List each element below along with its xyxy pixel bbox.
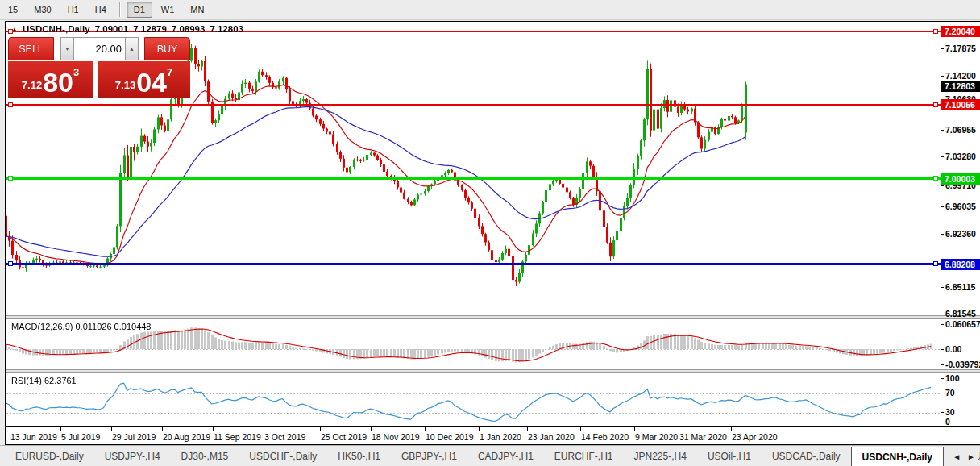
sell-price-pips: 80 <box>43 70 73 94</box>
date-axis-label: 18 Nov 2019 <box>372 432 420 442</box>
price-axis-tick <box>941 130 944 131</box>
macd-axis-tick <box>941 349 944 350</box>
date-axis-tick <box>371 427 372 431</box>
price-axis-tick <box>941 156 944 157</box>
timeframe-button-d1[interactable]: D1 <box>127 2 152 18</box>
rsi-axis-tick <box>941 412 944 413</box>
buy-button[interactable]: BUY <box>144 37 190 60</box>
macd-values: 0.011026 0.010448 <box>75 322 151 331</box>
timeframe-button-h4[interactable]: H4 <box>88 2 114 18</box>
date-axis-tick <box>580 427 581 431</box>
date-axis-label: 31 Mar 2020 <box>679 432 727 442</box>
macd-axis-label: 0.00 <box>945 344 961 354</box>
price-axis-tick <box>941 48 944 49</box>
macd-axis-tick <box>941 324 944 325</box>
price-axis-badge-red: 7.10056 <box>941 99 980 110</box>
date-axis-label: 25 Oct 2019 <box>321 432 367 442</box>
mt4-terminal: 15M30H1H4D1W1MN ▲ USDCNH-,Daily 7.09001 … <box>0 0 980 466</box>
chart-tab-gbpjpy-h1[interactable]: GBPJPY-,H1 <box>391 446 467 466</box>
buy-price-pips: 04 <box>136 70 167 94</box>
rsi-pane-canvas[interactable] <box>6 373 941 426</box>
date-axis-tick <box>731 427 732 431</box>
date-axis-tick <box>10 427 10 431</box>
macd-label: MACD(12,26,9) 0.011026 0.010448 <box>11 322 151 331</box>
buy-price-panel[interactable]: 7.13 04 7 <box>98 61 190 98</box>
chart-tab-hk50-h1[interactable]: HK50-,H1 <box>327 446 391 466</box>
buy-price-major: 7.13 <box>115 79 135 91</box>
tab-scroll-left-icon[interactable]: ◄ <box>953 452 961 461</box>
price-axis-tick <box>941 206 944 207</box>
ohlc-low: 7.08993 <box>172 24 206 34</box>
sell-button[interactable]: SELL <box>8 37 54 60</box>
date-axis-label: 14 Feb 2020 <box>581 432 629 442</box>
price-axis-tick <box>941 314 944 314</box>
rsi-axis-label: 30 <box>945 407 955 417</box>
ohlc-open: 7.09001 <box>95 24 129 34</box>
sell-price-major: 7.12 <box>22 79 42 91</box>
price-axis-label: 7.03280 <box>945 152 976 161</box>
timeframe-button-w1[interactable]: W1 <box>154 2 182 18</box>
date-axis-tick <box>162 427 163 431</box>
price-axis-label: 6.92360 <box>945 229 976 239</box>
tab-scroll-buttons: ◄► <box>949 446 978 466</box>
price-axis-badge-red: 7.20040 <box>941 26 980 37</box>
date-axis-label: 23 Jan 2020 <box>528 432 575 442</box>
date-axis-label: 23 Apr 2020 <box>732 432 778 442</box>
date-axis-tick <box>425 427 426 431</box>
timeframe-button-h1[interactable]: H1 <box>60 2 86 18</box>
chart-ohlc-info: ▲ USDCNH-,Daily 7.09001 7.12879 7.08993 … <box>11 24 245 35</box>
chart-tab-usoil-h1[interactable]: USOil-,H1 <box>697 446 762 466</box>
rsi-axis-label: 0 <box>945 417 950 426</box>
price-axis-label: 7.17875 <box>945 44 976 53</box>
rsi-axis-tick <box>941 422 944 422</box>
rsi-axis-label: 100 <box>945 373 960 383</box>
chart-tab-jpn225-h4[interactable]: JPN225-,H4 <box>624 446 697 466</box>
price-axis-tick <box>941 185 944 186</box>
chart-tab-usdchf-daily[interactable]: USDCHF-,Daily <box>239 446 327 466</box>
chart-tab-eurusd-daily[interactable]: EURUSD-,Daily <box>5 446 94 466</box>
date-axis-label: 20 Aug 2019 <box>163 432 210 442</box>
date-axis-tick <box>527 427 528 431</box>
chart-tab-usdcnh-daily[interactable]: USDCNH-,Daily <box>851 447 944 466</box>
volume-decrease-button[interactable]: ▼ <box>60 37 74 60</box>
chart-tab-usdjpy-h4[interactable]: USDJPY-,H4 <box>94 446 171 466</box>
one-click-trading-widget: SELL ▼ ▲ BUY 7.12 80 3 7.13 04 7 <box>8 37 190 98</box>
chart-tab-usdcad-daily[interactable]: USDCAD-,Daily <box>762 446 851 466</box>
rsi-axis-label: 70 <box>945 388 955 397</box>
buy-price-point: 7 <box>167 66 172 78</box>
price-axis-label: 7.06955 <box>945 125 976 135</box>
date-axis-tick <box>60 427 61 431</box>
rsi-value: 62.3761 <box>44 376 77 385</box>
chart-tab-cadjpy-h1[interactable]: CADJPY-,H1 <box>467 446 544 466</box>
price-axis-label: 6.81545 <box>945 309 976 318</box>
date-axis[interactable]: 13 Jun 20195 Jul 201929 Jul 201920 Aug 2… <box>6 426 980 444</box>
price-axis-tick <box>941 234 944 235</box>
timeframe-toolbar: 15M30H1H4D1W1MN <box>0 0 980 20</box>
timeframe-button-m30[interactable]: M30 <box>27 2 58 18</box>
date-axis-tick <box>479 427 480 431</box>
price-axis-tick <box>941 76 944 77</box>
timeframe-button-mn[interactable]: MN <box>183 2 211 18</box>
price-axis-tick <box>941 287 944 288</box>
chart-tab-dj30-m15[interactable]: DJ30-,M15 <box>171 446 239 466</box>
date-axis-tick <box>320 427 321 431</box>
collapse-marker-icon[interactable]: ▲ <box>11 26 18 33</box>
tab-scroll-right-icon[interactable]: ► <box>967 452 975 461</box>
ohlc-close: 7.12803 <box>210 24 243 34</box>
chart-tab-eurchf-h1[interactable]: EURCHF-,H1 <box>544 446 624 466</box>
date-axis-label: 10 Dec 2019 <box>426 432 474 442</box>
price-axis-label: 7.14200 <box>945 71 976 81</box>
price-axis-badge-blue: 6.88208 <box>941 259 980 270</box>
volume-input[interactable] <box>74 37 125 60</box>
date-axis-label: 13 Jun 2019 <box>10 432 57 442</box>
date-axis-label: 1 Jan 2020 <box>480 432 521 442</box>
sell-price-point: 3 <box>73 66 79 78</box>
rsi-label: RSI(14) 62.3761 <box>11 376 77 385</box>
sell-price-panel[interactable]: 7.12 80 3 <box>8 61 93 98</box>
rsi-axis-tick <box>941 378 944 379</box>
macd-axis-label: 0.060657 <box>945 319 980 329</box>
volume-increase-button[interactable]: ▲ <box>125 37 139 60</box>
timeframe-button-15[interactable]: 15 <box>1 2 25 18</box>
chart-tab-bar: EURUSD-,DailyUSDJPY-,H4DJ30-,M15USDCHF-,… <box>0 445 980 466</box>
date-axis-label: 9 Mar 2020 <box>635 432 678 442</box>
